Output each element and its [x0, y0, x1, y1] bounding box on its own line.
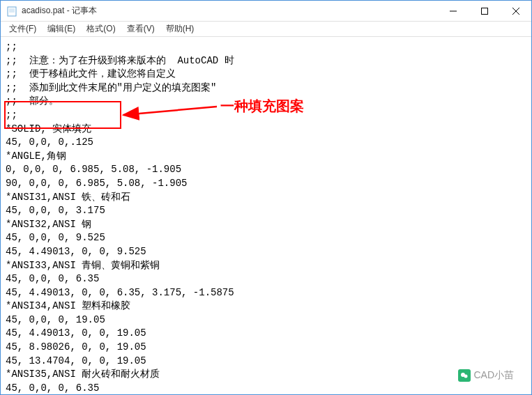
watermark: CAD小苗: [458, 369, 514, 382]
menu-format[interactable]: 格式(O): [81, 22, 121, 36]
svg-rect-5: [481, 8, 487, 14]
window-title: acadiso.pat - 记事本: [22, 5, 437, 17]
menu-help[interactable]: 帮助(H): [160, 22, 200, 36]
menu-view[interactable]: 查看(V): [121, 22, 160, 36]
watermark-text: CAD小苗: [473, 369, 514, 382]
minimize-button[interactable]: [437, 1, 469, 21]
content-area: ;; ;; 注意：为了在升级到将来版本的 AutoCAD 时 ;; 便于移植此文…: [1, 38, 531, 394]
svg-point-11: [464, 375, 468, 378]
text-editor[interactable]: ;; ;; 注意：为了在升级到将来版本的 AutoCAD 时 ;; 便于移植此文…: [1, 38, 531, 394]
notepad-icon: [6, 6, 17, 17]
menu-edit[interactable]: 编辑(E): [42, 22, 81, 36]
svg-rect-0: [8, 7, 16, 16]
maximize-button[interactable]: [469, 1, 500, 21]
menubar: 文件(F) 编辑(E) 格式(O) 查看(V) 帮助(H): [1, 22, 531, 37]
titlebar-controls: [437, 1, 531, 21]
close-button[interactable]: [500, 1, 531, 21]
window-frame: acadiso.pat - 记事本 文件(F) 编辑(E) 格式(O) 查看(V…: [0, 0, 532, 395]
titlebar[interactable]: acadiso.pat - 记事本: [1, 1, 531, 22]
wechat-icon: [458, 369, 471, 382]
menu-file[interactable]: 文件(F): [3, 22, 42, 36]
